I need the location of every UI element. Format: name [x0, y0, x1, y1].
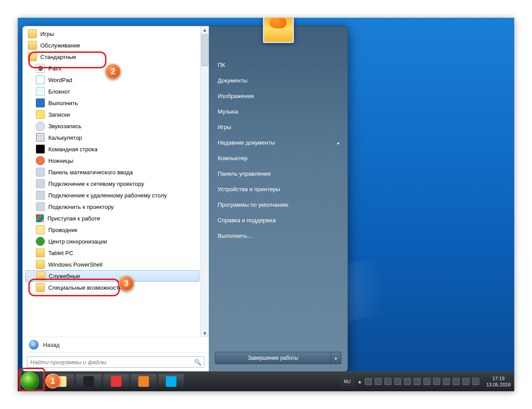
- back-label: Назад: [43, 342, 59, 348]
- tray-flag-icon[interactable]: [414, 378, 421, 385]
- desktop: ИгрыОбслуживаниеСтандартныеPaintWordPadБ…: [18, 18, 514, 391]
- tray-sig-icon[interactable]: [423, 378, 430, 385]
- tray-a-icon[interactable]: [453, 378, 460, 385]
- right-panel-item[interactable]: Панель управления: [209, 166, 348, 181]
- program-item-label: Проводник: [48, 227, 77, 233]
- tray-disk-icon[interactable]: [404, 378, 411, 385]
- tray-up-icon[interactable]: [365, 378, 372, 385]
- tray-spk-icon[interactable]: [472, 378, 479, 385]
- right-panel-item-label: Выполнить...: [218, 232, 252, 239]
- program-item-label: Подключить к проектору: [48, 204, 114, 210]
- scroll-down-icon[interactable]: ▼: [203, 330, 207, 337]
- program-item[interactable]: Проводник: [25, 224, 200, 236]
- right-panel-item-label: Недавние документы: [218, 139, 275, 146]
- taskbar: RU ▲ 17:19 13.05.2018: [18, 371, 514, 391]
- tray-expand-icon[interactable]: ▲: [357, 379, 362, 384]
- program-item-label: Командная строка: [48, 146, 98, 153]
- program-item-label: Подключение к сетевому проектору: [48, 181, 144, 187]
- tray-wifi-icon[interactable]: [462, 378, 469, 385]
- program-item[interactable]: Звукозапись: [25, 120, 200, 132]
- program-item[interactable]: Приступая к работе: [25, 212, 200, 224]
- folder-icon: [36, 260, 45, 269]
- taskbar-app-panda[interactable]: [76, 374, 102, 389]
- user-picture[interactable]: [263, 18, 294, 43]
- annotation-ring-3: [28, 279, 120, 296]
- programs-scrollbar[interactable]: ▲ ▼: [200, 26, 209, 337]
- tray-java-icon[interactable]: [394, 378, 401, 385]
- shutdown-split-button[interactable]: Завершение работы ▸: [215, 352, 341, 364]
- right-panel-item[interactable]: Изображения: [209, 88, 348, 104]
- program-item[interactable]: Подключение к удаленному рабочему столу: [25, 189, 200, 201]
- right-panel-item[interactable]: Музыка: [209, 104, 348, 119]
- cmd-icon: [36, 145, 45, 153]
- program-item-label: Tablet PC: [48, 250, 73, 256]
- program-item[interactable]: Игры: [25, 28, 200, 39]
- folder-icon: [28, 41, 37, 50]
- back-button[interactable]: ← Назад: [23, 337, 209, 352]
- skype-icon: [166, 376, 176, 387]
- taskbar-app-firefox[interactable]: [131, 374, 156, 389]
- program-item-label: Панель математического ввода: [48, 169, 133, 176]
- language-indicator[interactable]: RU: [340, 378, 354, 385]
- right-panel-item[interactable]: Выполнить...: [209, 228, 348, 244]
- start-button[interactable]: [20, 372, 39, 390]
- program-item-label: Windows PowerShell: [48, 261, 102, 268]
- generic-icon: [36, 191, 45, 200]
- panda-icon: [83, 376, 94, 387]
- firefox-icon: [138, 376, 149, 387]
- program-item[interactable]: Tablet PC: [25, 247, 200, 259]
- scroll-up-icon[interactable]: ▲: [203, 26, 207, 33]
- program-item-label: Блокнот: [48, 88, 70, 95]
- program-item-label: Игры: [40, 31, 54, 37]
- run-icon: [36, 98, 45, 107]
- back-arrow-icon: ←: [29, 340, 39, 350]
- clock-date: 13.05.2018: [486, 381, 511, 388]
- folder-icon: [36, 248, 45, 257]
- taskbar-clock[interactable]: 17:19 13.05.2018: [486, 375, 511, 388]
- right-panel-item[interactable]: Программы по умолчанию: [209, 197, 348, 212]
- program-item[interactable]: Ножницы: [25, 155, 200, 166]
- program-item[interactable]: Калькулятор: [25, 132, 200, 143]
- right-panel-item[interactable]: Компьютер: [209, 150, 348, 166]
- sync-icon: [36, 237, 45, 246]
- annotation-2: 2: [106, 64, 121, 79]
- shutdown-button[interactable]: Завершение работы: [215, 352, 331, 364]
- program-item[interactable]: Выполнить: [25, 97, 200, 109]
- program-item-label: Записки: [48, 111, 70, 118]
- search-row: Найти программы и файлы 🔍: [23, 352, 209, 371]
- right-panel-item[interactable]: Игры: [209, 119, 348, 135]
- taskbar-app-skype[interactable]: [158, 374, 184, 389]
- right-panel-item-label: Компьютер: [218, 155, 247, 161]
- mic-icon: [36, 122, 45, 130]
- wordpad-icon: [36, 75, 45, 84]
- program-item[interactable]: Центр синхронизации: [25, 236, 200, 247]
- program-item[interactable]: Командная строка: [25, 143, 200, 155]
- program-item[interactable]: Обслуживание: [25, 39, 200, 51]
- right-panel-item-label: Игры: [218, 124, 231, 130]
- shutdown-options-icon[interactable]: ▸: [331, 352, 341, 364]
- explorer-icon: [36, 225, 45, 234]
- program-item-label: Калькулятор: [48, 134, 82, 141]
- tray-vol-icon[interactable]: [433, 378, 440, 385]
- right-panel-item-label: ПК: [218, 62, 225, 68]
- program-item[interactable]: Windows PowerShell: [25, 259, 200, 270]
- right-panel-item[interactable]: Устройства и принтеры: [209, 181, 348, 197]
- program-item[interactable]: Подключить к проектору: [25, 201, 200, 212]
- program-item[interactable]: Панель математического ввода: [25, 166, 200, 178]
- scroll-thumb[interactable]: [201, 34, 208, 66]
- search-input[interactable]: Найти программы и файлы 🔍: [27, 356, 204, 368]
- program-item[interactable]: Подключение к сетевому проектору: [25, 178, 200, 189]
- tray-av-icon[interactable]: [384, 378, 391, 385]
- taskbar-app-opera[interactable]: [103, 374, 129, 389]
- program-item-label: Звукозапись: [48, 123, 82, 130]
- program-item[interactable]: Блокнот: [25, 86, 200, 97]
- right-panel-item[interactable]: Документы: [209, 73, 348, 88]
- program-item-label: Центр синхронизации: [48, 238, 107, 245]
- tray-act-icon[interactable]: [443, 378, 450, 385]
- program-item-label: Приступая к работе: [47, 215, 100, 222]
- right-panel-item[interactable]: Недавние документы▸: [209, 135, 348, 150]
- program-item[interactable]: Записки: [25, 109, 200, 120]
- right-panel-item[interactable]: ПК: [209, 57, 348, 73]
- right-panel-item[interactable]: Справка и поддержка: [209, 212, 348, 228]
- tray-net-icon[interactable]: [375, 378, 382, 385]
